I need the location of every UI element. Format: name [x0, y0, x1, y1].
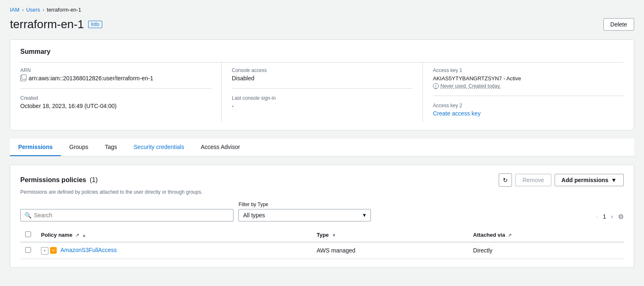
table-head: Policy name ↗ ▲ Type ▼ Attached via ↗	[20, 228, 624, 242]
access-key1-row: AKIAS5YTYBANGRTZSYN7 - Active	[433, 75, 624, 82]
policy-name-link[interactable]: AmazonS3FullAccess	[60, 247, 117, 253]
access-key1-label: Access key 1	[433, 67, 624, 73]
refresh-button[interactable]: ↻	[499, 173, 512, 187]
created-value: October 18, 2023, 16:49 (UTC-04:00)	[20, 103, 211, 109]
summary-access-keys-section: Access key 1 AKIAS5YTYBANGRTZSYN7 - Acti…	[423, 62, 624, 122]
search-input[interactable]	[20, 209, 233, 221]
last-signin-label: Last console sign-in	[232, 95, 413, 101]
permissions-section: Permissions policies (1) ↻ Remove Add pe…	[10, 165, 634, 268]
breadcrumb-sep-2: ›	[43, 7, 44, 13]
row-attached-via-cell: Directly	[468, 242, 624, 259]
policy-name-header-label: Policy name	[41, 232, 72, 238]
permissions-header: Permissions policies (1) ↻ Remove Add pe…	[20, 173, 624, 187]
breadcrumb-users-link[interactable]: Users	[26, 7, 40, 13]
summary-arn-section: ARN arn:aws:iam::201368012826:user/terra…	[20, 62, 221, 122]
row-type-value: AWS managed	[317, 247, 356, 254]
tab-access-advisor[interactable]: Access Advisor	[192, 139, 248, 156]
policy-icon	[50, 247, 57, 254]
add-permissions-label: Add permissions	[562, 177, 609, 183]
next-page-button[interactable]: ›	[609, 211, 615, 221]
tabs-container: Permissions Groups Tags Security credent…	[10, 139, 634, 156]
add-permissions-button[interactable]: Add permissions ▼	[555, 174, 624, 186]
remove-button[interactable]: Remove	[515, 174, 551, 186]
create-access-key-link[interactable]: Create access key	[433, 110, 481, 117]
select-all-checkbox[interactable]	[25, 231, 31, 237]
permissions-actions: ↻ Remove Add permissions ▼	[499, 173, 624, 187]
table-settings-icon[interactable]: ⚙	[618, 213, 624, 221]
arn-text: arn:aws:iam::201368012826:user/terraform…	[29, 75, 153, 82]
row-policy-name-cell: + AmazonS3FullAccess	[36, 242, 312, 259]
pagination-area: ‹ 1 › ⚙	[594, 211, 624, 221]
page-title: terraform-en-1	[10, 18, 84, 31]
never-used-text: Never used. Created today.	[440, 83, 501, 89]
info-badge[interactable]: Info	[88, 21, 102, 28]
type-filter-icon[interactable]: ▼	[332, 233, 336, 238]
table-header-row: Policy name ↗ ▲ Type ▼ Attached via ↗	[20, 228, 624, 242]
page-header: terraform-en-1 Info Delete	[10, 18, 634, 31]
policy-name-external-icon: ↗	[75, 233, 79, 238]
summary-grid: ARN arn:aws:iam::201368012826:user/terra…	[20, 62, 624, 122]
info-circle-icon: i	[433, 83, 439, 89]
add-permissions-dropdown-icon: ▼	[611, 177, 617, 183]
copy-icon[interactable]	[20, 75, 26, 81]
console-access-label: Console access	[232, 67, 413, 73]
search-icon: 🔍	[24, 212, 31, 219]
last-signin-value: -	[232, 103, 413, 109]
arn-value: arn:aws:iam::201368012826:user/terraform…	[20, 75, 211, 82]
access-key1-value: AKIAS5YTYBANGRTZSYN7 - Active	[433, 75, 521, 82]
last-signin-subsection: Last console sign-in -	[232, 88, 413, 109]
attached-via-header-label: Attached via	[473, 232, 505, 238]
tab-security-credentials[interactable]: Security credentials	[125, 139, 192, 156]
console-access-value: Disabled	[232, 75, 413, 82]
permissions-title: Permissions policies (1)	[20, 176, 98, 183]
filter-type-area: Filter by Type All types AWS managed Cus…	[238, 202, 371, 221]
policy-table: Policy name ↗ ▲ Type ▼ Attached via ↗	[20, 228, 624, 259]
row-checkbox-cell	[20, 242, 36, 259]
arn-label: ARN	[20, 67, 211, 73]
header-checkbox-cell	[20, 228, 36, 242]
row-type-cell: AWS managed	[312, 242, 468, 259]
tab-tags[interactable]: Tags	[96, 139, 125, 156]
access-key2-label: Access key 2	[433, 103, 624, 108]
created-subsection: Created October 18, 2023, 16:49 (UTC-04:…	[20, 88, 211, 109]
permissions-title-area: Permissions policies (1)	[20, 176, 98, 184]
tab-groups[interactable]: Groups	[61, 139, 96, 156]
attached-via-external-icon: ↗	[508, 233, 512, 238]
row-attached-via-value: Directly	[473, 247, 493, 254]
expand-row-button[interactable]: +	[41, 247, 48, 255]
prev-page-button[interactable]: ‹	[594, 211, 600, 221]
type-filter-wrapper: All types AWS managed Customer managed I…	[238, 209, 371, 221]
tab-permissions[interactable]: Permissions	[10, 139, 61, 156]
summary-console-section: Console access Disabled Last console sig…	[221, 62, 423, 122]
header-policy-name: Policy name ↗ ▲	[36, 228, 312, 242]
breadcrumb-sep-1: ›	[22, 7, 24, 13]
header-attached-via: Attached via ↗	[468, 228, 624, 242]
never-used-info: i Never used. Created today.	[433, 83, 624, 89]
page-number: 1	[603, 213, 606, 220]
permissions-count: (1)	[90, 176, 98, 183]
table-body: + AmazonS3FullAccess AWS managed Directl…	[20, 242, 624, 259]
breadcrumb-iam-link[interactable]: IAM	[10, 7, 19, 13]
summary-title: Summary	[20, 48, 624, 55]
access-key2-subsection: Access key 2 Create access key	[433, 96, 624, 117]
permissions-subtitle: Permissions are defined by policies atta…	[20, 189, 624, 195]
table-row: + AmazonS3FullAccess AWS managed Directl…	[20, 242, 624, 259]
type-filter-select[interactable]: All types AWS managed Customer managed I…	[238, 209, 371, 221]
delete-button[interactable]: Delete	[603, 18, 634, 31]
policy-name-sort-icon[interactable]: ▲	[82, 233, 86, 238]
header-type: Type ▼	[312, 228, 468, 242]
search-box: 🔍	[20, 209, 233, 221]
created-label: Created	[20, 95, 211, 101]
filter-type-label: Filter by Type	[238, 202, 371, 207]
type-header-label: Type	[317, 232, 329, 238]
permissions-title-text: Permissions policies	[20, 176, 86, 183]
page-title-area: terraform-en-1 Info	[10, 18, 102, 31]
row-checkbox[interactable]	[25, 247, 31, 253]
breadcrumb: IAM › Users › terraform-en-1	[10, 7, 634, 13]
breadcrumb-current: terraform-en-1	[47, 7, 81, 13]
summary-card: Summary ARN arn:aws:iam::201368012826:us…	[10, 39, 634, 130]
